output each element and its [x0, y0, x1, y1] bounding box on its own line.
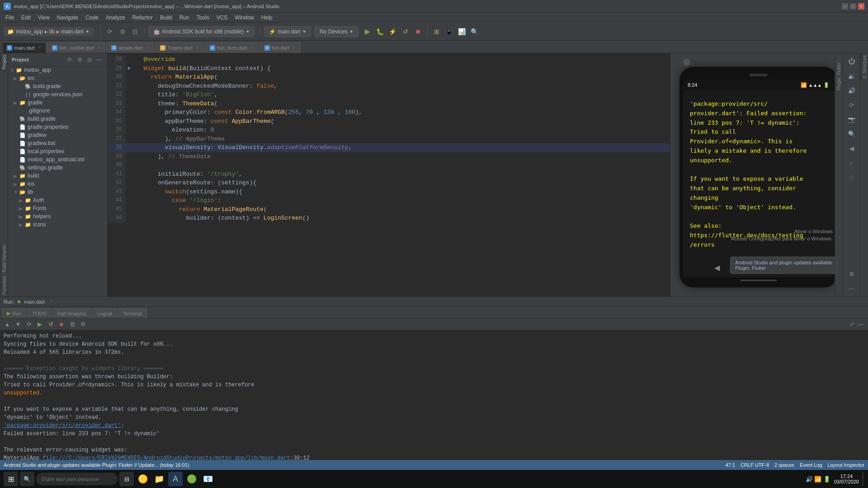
favorites-label[interactable]: Favorites: [0, 274, 8, 296]
tree-gradlew-bat[interactable]: ▶ 📄 gradlew.bat: [8, 139, 107, 147]
console-settings-btn[interactable]: ⚙: [79, 320, 88, 329]
menu-run[interactable]: Run: [176, 14, 193, 22]
console-stop-btn[interactable]: ■: [57, 320, 66, 329]
home-btn[interactable]: ○: [845, 156, 858, 169]
tree-settings-gradle[interactable]: ▶ 🐘 settings.gradle: [8, 164, 107, 172]
tab-close-icon[interactable]: ×: [38, 45, 41, 50]
tab-dart-analysis[interactable]: Dart Analysis: [52, 308, 91, 318]
back-btn[interactable]: ◀: [845, 142, 858, 155]
tree-motoo-app[interactable]: ▼ 📁 motoo_app: [8, 66, 107, 74]
square-btn[interactable]: □: [845, 171, 858, 183]
console-reload-btn[interactable]: ⟳: [24, 320, 33, 329]
project-selector[interactable]: 📁 motoo_app ▸ lib ▸ main.dart ▼: [4, 27, 93, 36]
file-explorer-icon[interactable]: 📁: [152, 472, 166, 486]
tree-gradlew[interactable]: ▶ 📄 gradlew: [8, 131, 107, 139]
tab-close-2[interactable]: ×: [98, 45, 100, 50]
menu-tools[interactable]: Tools: [193, 14, 213, 22]
tree-build-gradle-1[interactable]: ▶ 🐘 build.gradle: [8, 82, 107, 90]
console-up-btn[interactable]: ▲: [3, 320, 12, 329]
profiler-btn[interactable]: 📊: [457, 26, 467, 37]
tab-trophy[interactable]: D Trophy dart ×: [155, 42, 204, 53]
console-expand-btn[interactable]: ⤢: [847, 320, 856, 329]
toolbar-sync-btn[interactable]: ⟳: [104, 26, 115, 37]
zoom-btn[interactable]: 🔍: [845, 127, 858, 140]
tree-local-properties[interactable]: ▶ 📄 local.properties: [8, 147, 107, 155]
menu-edit[interactable]: Edit: [18, 14, 34, 22]
run-close-icon[interactable]: ×: [50, 299, 53, 304]
back-nav-btn[interactable]: ◀: [714, 263, 720, 272]
run-config-selector[interactable]: ⚡ main.dart ▼: [264, 26, 311, 37]
sdk-selector[interactable]: 🤖 Android SDK built for x86 (mobile) ▼: [148, 26, 255, 37]
tab-close-3[interactable]: ×: [146, 45, 149, 50]
console-clear-btn[interactable]: 🗑: [68, 320, 77, 329]
tree-icons[interactable]: ▶ 📁 Icons: [8, 221, 107, 229]
hotreload-button[interactable]: ⚡: [387, 26, 398, 37]
tab-fish[interactable]: D fish.dart ×: [259, 42, 301, 53]
start-button[interactable]: ⊞: [4, 472, 18, 486]
build-variants-label[interactable]: Build Variants: [0, 243, 8, 274]
tree-gradle[interactable]: ▶ 📁 gradle: [8, 99, 107, 107]
app5-icon[interactable]: 🟢: [184, 472, 199, 486]
minimize-button[interactable]: ─: [842, 3, 848, 9]
screenshot-btn[interactable]: 📷: [845, 113, 858, 126]
volume-down-btn[interactable]: 🔉: [845, 70, 858, 82]
menu-file[interactable]: File: [2, 14, 18, 22]
power-btn[interactable]: ⏻: [845, 55, 858, 68]
tree-helpers[interactable]: ▶ 📁 helpers: [8, 212, 107, 221]
tree-src[interactable]: ▶ 📂 src: [8, 74, 107, 82]
close-button[interactable]: ✕: [858, 3, 864, 9]
search-btn[interactable]: 🔍: [20, 472, 34, 486]
tree-gitignore[interactable]: ▶ · .gitignore: [8, 107, 107, 115]
menu-build[interactable]: Build: [156, 14, 176, 22]
code-editor[interactable]: 28 @override 29 ▶ Widget build(BuildCont…: [108, 53, 670, 296]
menu-analyze[interactable]: Analyze: [102, 14, 129, 22]
tree-google-services[interactable]: ▶ { } google-services.json: [8, 90, 107, 99]
task-view-btn[interactable]: ⊟: [119, 472, 134, 486]
menu-view[interactable]: View: [34, 14, 53, 22]
search-everywhere-btn[interactable]: 🔍: [469, 26, 480, 37]
more-btn[interactable]: ⋯: [845, 282, 858, 295]
menu-navigate[interactable]: Navigate: [53, 14, 82, 22]
tab-details[interactable]: D details.dart ×: [106, 42, 154, 53]
maximize-button[interactable]: □: [850, 3, 856, 9]
app6-icon[interactable]: 📧: [201, 472, 215, 486]
tree-build[interactable]: ▶ 📁 build: [8, 172, 107, 180]
console-hide-btn[interactable]: —: [856, 320, 865, 329]
tree-ios[interactable]: ▶ 📁 ios: [8, 180, 107, 188]
sidebar-sync-btn[interactable]: ⟳: [66, 56, 74, 64]
tab-close-6[interactable]: ×: [293, 45, 296, 50]
tree-lib[interactable]: ▼ 📂 lib: [8, 188, 107, 196]
avd-manager-btn[interactable]: 📱: [444, 26, 455, 37]
sidebar-hide-btn[interactable]: —: [95, 56, 104, 64]
tab-terminal[interactable]: Terminal: [118, 308, 147, 318]
show-desktop-btn[interactable]: [863, 472, 864, 486]
console-run-btn[interactable]: ▶: [35, 320, 44, 329]
tree-gradle-properties[interactable]: ▶ 📄 gradle.properties: [8, 123, 107, 131]
menu-code[interactable]: Code: [82, 14, 102, 22]
tab-todo[interactable]: TODO: [27, 308, 52, 318]
sidebar-gear-btn[interactable]: ⚙: [75, 56, 84, 64]
sidebar-collapse-btn[interactable]: ⊟: [85, 56, 94, 64]
tree-fonts[interactable]: ▶ 📁 Fonts: [8, 204, 107, 212]
event-log-btn[interactable]: Event Log: [800, 462, 822, 468]
devices-selector[interactable]: No Devices ▼: [315, 26, 358, 37]
layout-inspector-btn[interactable]: Layout Inspector: [828, 462, 864, 468]
tab-close-5[interactable]: ×: [251, 45, 254, 50]
tab-fish-notifier[interactable]: D fish_notifier.dart ×: [47, 42, 106, 53]
rotate-btn[interactable]: ⟳: [845, 99, 858, 111]
tree-auth[interactable]: ▶ 📁 Auth: [8, 196, 107, 204]
hotrestart-button[interactable]: ↺: [400, 26, 411, 37]
tab-fish-form[interactable]: D fish_form.dart ×: [205, 42, 259, 53]
toolbar-collapse-btn[interactable]: ⊟: [130, 26, 141, 37]
structure-label[interactable]: 2: Structure: [861, 53, 868, 80]
device-settings-btn[interactable]: ⚙: [845, 267, 858, 280]
tab-logcat[interactable]: Logcat: [92, 308, 117, 318]
android-studio-taskbar-icon[interactable]: A: [168, 472, 183, 486]
tab-run[interactable]: ▶ Run: [2, 308, 26, 318]
debug-button[interactable]: 🐛: [375, 26, 386, 37]
volume-up-btn[interactable]: 🔊: [845, 84, 858, 97]
menu-help[interactable]: Help: [258, 14, 276, 22]
taskbar-search-input[interactable]: [36, 473, 118, 485]
tree-motoo-iml[interactable]: ▶ 📄 motoo_app_android.iml: [8, 155, 107, 164]
run-button[interactable]: ▶: [362, 26, 373, 37]
